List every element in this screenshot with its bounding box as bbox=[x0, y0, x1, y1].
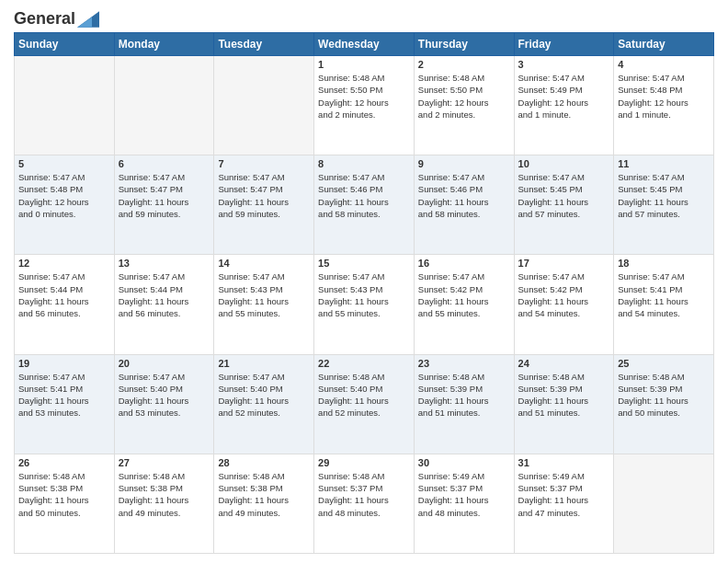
day-number: 7 bbox=[218, 158, 310, 169]
day-info: Sunrise: 5:48 AMSunset: 5:50 PMDaylight:… bbox=[318, 72, 410, 121]
day-number: 17 bbox=[518, 258, 610, 269]
weekday-header: Wednesday bbox=[314, 33, 415, 56]
day-info: Sunrise: 5:48 AMSunset: 5:39 PMDaylight:… bbox=[618, 371, 710, 419]
calendar-week-row: 1Sunrise: 5:48 AMSunset: 5:50 PMDaylight… bbox=[15, 56, 714, 155]
header: General bbox=[14, 9, 714, 25]
day-info: Sunrise: 5:47 AMSunset: 5:41 PMDaylight:… bbox=[18, 371, 110, 419]
calendar-cell: 17Sunrise: 5:47 AMSunset: 5:42 PMDayligh… bbox=[514, 255, 614, 354]
calendar-cell: 26Sunrise: 5:48 AMSunset: 5:38 PMDayligh… bbox=[15, 454, 115, 553]
calendar-cell: 28Sunrise: 5:48 AMSunset: 5:38 PMDayligh… bbox=[214, 454, 314, 553]
calendar-cell: 8Sunrise: 5:47 AMSunset: 5:46 PMDaylight… bbox=[314, 155, 415, 255]
day-info: Sunrise: 5:47 AMSunset: 5:41 PMDaylight:… bbox=[618, 270, 710, 319]
calendar-cell bbox=[114, 56, 214, 155]
day-info: Sunrise: 5:48 AMSunset: 5:38 PMDaylight:… bbox=[218, 470, 310, 519]
day-number: 22 bbox=[318, 358, 410, 369]
day-number: 1 bbox=[318, 59, 410, 70]
day-number: 4 bbox=[618, 59, 710, 70]
calendar-cell: 18Sunrise: 5:47 AMSunset: 5:41 PMDayligh… bbox=[614, 255, 714, 354]
weekday-header: Tuesday bbox=[214, 33, 314, 56]
calendar-cell bbox=[214, 56, 314, 155]
day-info: Sunrise: 5:47 AMSunset: 5:48 PMDaylight:… bbox=[618, 72, 710, 121]
calendar-cell: 21Sunrise: 5:47 AMSunset: 5:40 PMDayligh… bbox=[214, 354, 314, 454]
calendar-table: SundayMondayTuesdayWednesdayThursdayFrid… bbox=[14, 32, 714, 554]
calendar-cell: 4Sunrise: 5:47 AMSunset: 5:48 PMDaylight… bbox=[614, 56, 714, 155]
day-info: Sunrise: 5:48 AMSunset: 5:37 PMDaylight:… bbox=[318, 470, 410, 519]
day-number: 31 bbox=[518, 457, 610, 468]
day-info: Sunrise: 5:47 AMSunset: 5:47 PMDaylight:… bbox=[119, 171, 210, 220]
calendar-cell: 29Sunrise: 5:48 AMSunset: 5:37 PMDayligh… bbox=[314, 454, 415, 553]
day-info: Sunrise: 5:47 AMSunset: 5:42 PMDaylight:… bbox=[518, 270, 610, 319]
day-number: 12 bbox=[18, 258, 110, 269]
day-number: 15 bbox=[318, 258, 410, 269]
calendar-cell: 16Sunrise: 5:47 AMSunset: 5:42 PMDayligh… bbox=[414, 255, 514, 354]
day-info: Sunrise: 5:47 AMSunset: 5:47 PMDaylight:… bbox=[218, 171, 310, 220]
day-info: Sunrise: 5:47 AMSunset: 5:42 PMDaylight:… bbox=[418, 270, 510, 319]
day-number: 9 bbox=[418, 158, 510, 169]
day-number: 13 bbox=[119, 258, 210, 269]
calendar-week-row: 12Sunrise: 5:47 AMSunset: 5:44 PMDayligh… bbox=[15, 255, 714, 354]
day-number: 16 bbox=[418, 258, 510, 269]
calendar-week-row: 26Sunrise: 5:48 AMSunset: 5:38 PMDayligh… bbox=[15, 454, 714, 553]
calendar-cell: 9Sunrise: 5:47 AMSunset: 5:46 PMDaylight… bbox=[414, 155, 514, 255]
calendar-header-row: SundayMondayTuesdayWednesdayThursdayFrid… bbox=[15, 33, 714, 56]
day-info: Sunrise: 5:47 AMSunset: 5:46 PMDaylight:… bbox=[418, 171, 510, 220]
day-info: Sunrise: 5:49 AMSunset: 5:37 PMDaylight:… bbox=[518, 470, 610, 519]
day-info: Sunrise: 5:47 AMSunset: 5:48 PMDaylight:… bbox=[18, 171, 110, 220]
day-info: Sunrise: 5:48 AMSunset: 5:39 PMDaylight:… bbox=[418, 371, 510, 419]
weekday-header: Friday bbox=[514, 33, 614, 56]
calendar-cell: 11Sunrise: 5:47 AMSunset: 5:45 PMDayligh… bbox=[614, 155, 714, 255]
calendar-cell: 22Sunrise: 5:48 AMSunset: 5:40 PMDayligh… bbox=[314, 354, 415, 454]
calendar-cell: 24Sunrise: 5:48 AMSunset: 5:39 PMDayligh… bbox=[514, 354, 614, 454]
weekday-header: Thursday bbox=[414, 33, 514, 56]
day-number: 23 bbox=[418, 358, 510, 369]
day-number: 21 bbox=[218, 358, 310, 369]
day-number: 3 bbox=[518, 59, 610, 70]
day-number: 27 bbox=[119, 457, 210, 468]
calendar-cell: 6Sunrise: 5:47 AMSunset: 5:47 PMDaylight… bbox=[114, 155, 214, 255]
logo-general-text: General bbox=[14, 9, 75, 29]
day-number: 14 bbox=[218, 258, 310, 269]
calendar-cell: 30Sunrise: 5:49 AMSunset: 5:37 PMDayligh… bbox=[414, 454, 514, 553]
calendar-cell: 19Sunrise: 5:47 AMSunset: 5:41 PMDayligh… bbox=[15, 354, 115, 454]
day-info: Sunrise: 5:47 AMSunset: 5:43 PMDaylight:… bbox=[218, 270, 310, 319]
calendar-cell bbox=[614, 454, 714, 553]
calendar-week-row: 19Sunrise: 5:47 AMSunset: 5:41 PMDayligh… bbox=[15, 354, 714, 454]
day-number: 30 bbox=[418, 457, 510, 468]
day-info: Sunrise: 5:47 AMSunset: 5:44 PMDaylight:… bbox=[18, 270, 110, 319]
day-number: 25 bbox=[618, 358, 710, 369]
calendar-cell: 15Sunrise: 5:47 AMSunset: 5:43 PMDayligh… bbox=[314, 255, 415, 354]
calendar-cell: 10Sunrise: 5:47 AMSunset: 5:45 PMDayligh… bbox=[514, 155, 614, 255]
day-info: Sunrise: 5:47 AMSunset: 5:43 PMDaylight:… bbox=[318, 270, 410, 319]
day-info: Sunrise: 5:48 AMSunset: 5:38 PMDaylight:… bbox=[119, 470, 210, 519]
day-number: 10 bbox=[518, 158, 610, 169]
day-info: Sunrise: 5:48 AMSunset: 5:50 PMDaylight:… bbox=[418, 72, 510, 121]
day-info: Sunrise: 5:47 AMSunset: 5:44 PMDaylight:… bbox=[119, 270, 210, 319]
day-info: Sunrise: 5:47 AMSunset: 5:45 PMDaylight:… bbox=[618, 171, 710, 220]
weekday-header: Sunday bbox=[15, 33, 115, 56]
calendar-cell: 14Sunrise: 5:47 AMSunset: 5:43 PMDayligh… bbox=[214, 255, 314, 354]
day-info: Sunrise: 5:47 AMSunset: 5:49 PMDaylight:… bbox=[518, 72, 610, 121]
calendar-cell: 5Sunrise: 5:47 AMSunset: 5:48 PMDaylight… bbox=[15, 155, 115, 255]
logo-icon bbox=[77, 10, 99, 29]
calendar-cell: 20Sunrise: 5:47 AMSunset: 5:40 PMDayligh… bbox=[114, 354, 214, 454]
weekday-header: Saturday bbox=[614, 33, 714, 56]
day-number: 24 bbox=[518, 358, 610, 369]
logo: General bbox=[14, 9, 99, 25]
day-number: 28 bbox=[218, 457, 310, 468]
page: General SundayMondayTuesdayWednesdayThur… bbox=[0, 0, 728, 563]
day-info: Sunrise: 5:47 AMSunset: 5:40 PMDaylight:… bbox=[119, 371, 210, 419]
day-number: 20 bbox=[119, 358, 210, 369]
calendar-cell: 2Sunrise: 5:48 AMSunset: 5:50 PMDaylight… bbox=[414, 56, 514, 155]
calendar-cell: 31Sunrise: 5:49 AMSunset: 5:37 PMDayligh… bbox=[514, 454, 614, 553]
day-info: Sunrise: 5:48 AMSunset: 5:38 PMDaylight:… bbox=[18, 470, 110, 519]
day-number: 6 bbox=[119, 158, 210, 169]
calendar-cell: 3Sunrise: 5:47 AMSunset: 5:49 PMDaylight… bbox=[514, 56, 614, 155]
calendar-cell: 1Sunrise: 5:48 AMSunset: 5:50 PMDaylight… bbox=[314, 56, 415, 155]
day-number: 11 bbox=[618, 158, 710, 169]
calendar-cell: 12Sunrise: 5:47 AMSunset: 5:44 PMDayligh… bbox=[15, 255, 115, 354]
day-number: 18 bbox=[618, 258, 710, 269]
day-info: Sunrise: 5:47 AMSunset: 5:40 PMDaylight:… bbox=[218, 371, 310, 419]
calendar-week-row: 5Sunrise: 5:47 AMSunset: 5:48 PMDaylight… bbox=[15, 155, 714, 255]
weekday-header: Monday bbox=[114, 33, 214, 56]
day-info: Sunrise: 5:47 AMSunset: 5:46 PMDaylight:… bbox=[318, 171, 410, 220]
